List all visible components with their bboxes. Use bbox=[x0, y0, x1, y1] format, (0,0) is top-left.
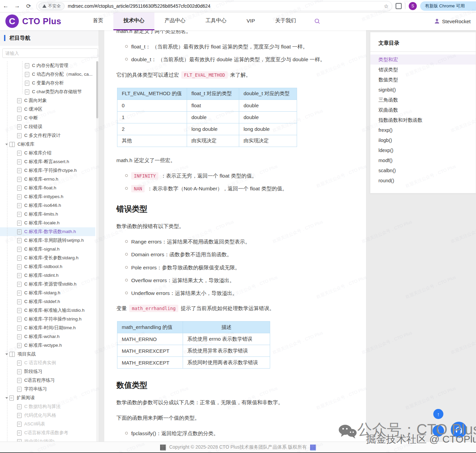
nav-item[interactable]: 技术中心 bbox=[113, 12, 154, 30]
tree-item[interactable]: C 段错误 bbox=[0, 122, 95, 131]
tree-item[interactable]: C 标准库-变长参数stdarg.h bbox=[0, 254, 95, 262]
table-cell: double bbox=[239, 111, 297, 123]
toc-item[interactable]: modf() bbox=[370, 155, 476, 165]
doc-icon bbox=[17, 343, 22, 348]
nav-item[interactable]: 产品中心 bbox=[154, 12, 195, 30]
toc-item[interactable]: ldexp() bbox=[370, 145, 476, 155]
list-item: Overflow errors：运算结果太大，导致溢出。 bbox=[125, 276, 356, 284]
tree-item[interactable]: C 标准库-signal.h bbox=[0, 245, 95, 254]
tree-item[interactable]: C 标准库-数学函数math.h bbox=[0, 227, 95, 236]
tree-item[interactable]: 阶段练习 bbox=[0, 367, 95, 376]
tree-item[interactable]: C 标准库-资源管理stdlib.h bbox=[0, 280, 95, 289]
table-header-row: math_errhandling 的值描述 bbox=[117, 322, 270, 333]
sidebar-header: 栏目导航 bbox=[0, 30, 99, 46]
tree-item[interactable]: C 标准库介绍 bbox=[0, 149, 95, 157]
toc-item[interactable]: ilogb() bbox=[370, 135, 476, 145]
tree-item[interactable]: C 动态内存分配（malloc, ca... bbox=[0, 70, 95, 79]
toc-item[interactable]: round() bbox=[370, 176, 476, 186]
table-row: 其他由实现决定由实现决定 bbox=[117, 135, 297, 147]
tree-item[interactable]: C 内存分配与管理 bbox=[0, 61, 95, 70]
table-cell: float bbox=[187, 100, 239, 111]
tree-item[interactable]: C 标准库-断言assert.h bbox=[0, 157, 95, 166]
tree-item[interactable]: C 面向对象 bbox=[0, 96, 95, 105]
brand-logo[interactable]: C CTO Plus bbox=[5, 12, 83, 30]
sidebar-scrollbar[interactable] bbox=[96, 61, 98, 442]
chrome-update-button[interactable]: 有新版 Chrome 可用 bbox=[420, 1, 476, 11]
tree-item[interactable]: 字符串练习 bbox=[0, 385, 95, 393]
tree-item[interactable]: C 标准库-float.h bbox=[0, 184, 95, 192]
tree-item[interactable]: 代码优化与风格 bbox=[0, 411, 95, 420]
toc-item[interactable]: signbit() bbox=[370, 85, 476, 95]
browser-refresh-icon[interactable]: ⟳ bbox=[23, 3, 34, 10]
tree-item[interactable]: C 多文件程序设计 bbox=[0, 131, 95, 140]
toc-item[interactable]: 指数函数和对数函数 bbox=[370, 115, 476, 125]
nav-item[interactable]: 关于我们 bbox=[265, 12, 306, 30]
tree-item[interactable]: C 标准库-标准输入输出stdio.h bbox=[0, 306, 95, 315]
table-cell: 2 bbox=[117, 123, 187, 135]
tree-item[interactable]: C 数据结构与算法 bbox=[0, 402, 95, 411]
tree-item[interactable]: C 标准库-stdint.h bbox=[0, 271, 95, 280]
list-item: fpclassify()：返回给定浮点数的分类。 bbox=[125, 429, 356, 437]
paragraph: 数学函数的参数可以分成以下几类：正常值，无限值，有限值和非数字。 bbox=[116, 399, 356, 407]
tree-item[interactable]: ASCII码表 bbox=[0, 420, 95, 428]
tree-item[interactable]: 项目实战 bbox=[0, 350, 95, 358]
tree-item[interactable]: C语言标准库函数参考 bbox=[0, 428, 95, 437]
table-cell: 1 bbox=[117, 111, 187, 123]
tree-item[interactable]: C 标准库-字符操作ctype.h bbox=[0, 166, 95, 175]
tree-item[interactable]: C 标准库-inttypes.h bbox=[0, 192, 95, 201]
toc-item[interactable]: 双曲函数 bbox=[370, 105, 476, 115]
toc-item[interactable]: 错误类型 bbox=[370, 65, 476, 75]
tree-item[interactable]: C 标准库-stddef.h bbox=[0, 297, 95, 306]
article-content: math.h 新定义了两个类型别名。 float_t： （当前系统）最有效执行 … bbox=[104, 30, 366, 442]
browser-profile-avatar[interactable]: S bbox=[409, 2, 417, 10]
sidebar-search-input[interactable] bbox=[2, 48, 98, 58]
doc-icon bbox=[17, 387, 22, 392]
header-search-button[interactable] bbox=[306, 12, 328, 30]
toc-item[interactable]: scalbn() bbox=[370, 165, 476, 176]
doc-icon bbox=[17, 369, 22, 374]
bookmark-star-icon[interactable]: ☆ bbox=[384, 3, 389, 9]
tree-item[interactable]: C 标准库-非局部跳转setjmp.h bbox=[0, 236, 95, 245]
tree-item[interactable]: C 中断 bbox=[0, 114, 95, 122]
tree-item[interactable]: C 标准库-wctype.h bbox=[0, 341, 95, 350]
browser-back-icon[interactable]: ← bbox=[0, 3, 11, 9]
tree-item[interactable]: 扩展阅读 bbox=[0, 393, 95, 402]
tree-item[interactable]: C 标准库-errno.h bbox=[0, 175, 95, 184]
url-text[interactable]: mdrsec.com/#/ctoplus_article/295116630f5… bbox=[68, 3, 382, 9]
tree-item[interactable]: C 标准库-stdarg.h bbox=[0, 289, 95, 297]
tree-item[interactable]: C 语言经典实例 bbox=[0, 358, 95, 367]
tree-item[interactable]: C 标准库-locale.h bbox=[0, 219, 95, 227]
tree-item[interactable]: C语言程序练习 bbox=[0, 376, 95, 385]
tree-item[interactable]: C char类型内存存储细节 bbox=[0, 87, 95, 96]
tree-item[interactable]: C 标准库-时间/日期time.h bbox=[0, 324, 95, 332]
tree-item[interactable]: C 标准库-stdbool.h bbox=[0, 262, 95, 271]
browser-toolbar: ← → ⟳ 不安全 mdrsec.com/#/ctoplus_article/2… bbox=[0, 0, 476, 12]
extensions-icon[interactable] bbox=[396, 3, 402, 9]
nav-item[interactable]: VIP bbox=[236, 12, 265, 30]
doc-icon bbox=[17, 273, 22, 278]
address-bar[interactable]: 不安全 mdrsec.com/#/ctoplus_article/2951166… bbox=[36, 1, 392, 11]
tree-item[interactable]: C 变量内存分析 bbox=[0, 79, 95, 87]
tree-item[interactable]: C标准库 bbox=[0, 140, 95, 149]
tree-item[interactable]: C 标准库-limits.h bbox=[0, 210, 95, 219]
tree-item[interactable]: C 标准库-wchar.h bbox=[0, 332, 95, 341]
scroll-to-top-button[interactable]: ↑ bbox=[433, 409, 443, 419]
security-chip[interactable]: 不安全 bbox=[39, 2, 65, 10]
tree-item[interactable]: C 标准库-字符串操作string.h bbox=[0, 315, 95, 324]
tree-item[interactable]: C 缓冲区 bbox=[0, 105, 95, 114]
tree-item[interactable]: C 标准库-iso646.h bbox=[0, 201, 95, 210]
page-footer: Copyright © 2025-2028 CTO Plus技术服务团队产品体系… bbox=[0, 442, 476, 453]
toc-item[interactable]: 类型和宏 bbox=[370, 54, 476, 65]
nav-item[interactable]: 工具中心 bbox=[195, 12, 236, 30]
tree-item[interactable]: 毕业设计(毕设) bbox=[0, 437, 95, 442]
scroll-to-bottom-button[interactable]: ↓ bbox=[433, 425, 444, 437]
customer-service-button[interactable] bbox=[451, 422, 467, 438]
nav-item[interactable]: 首页 bbox=[83, 12, 113, 30]
toc-item[interactable]: frexp() bbox=[370, 125, 476, 135]
table-header-cell: FLT_EVAL_METHOD 的值 bbox=[117, 88, 187, 100]
toc-item[interactable]: 数值类型 bbox=[370, 75, 476, 85]
toc-item[interactable]: 三角函数 bbox=[370, 95, 476, 105]
browser-forward-icon[interactable]: → bbox=[11, 3, 23, 9]
user-menu[interactable]: SteveRocket bbox=[434, 12, 471, 30]
scrollbar-thumb[interactable] bbox=[96, 61, 98, 118]
